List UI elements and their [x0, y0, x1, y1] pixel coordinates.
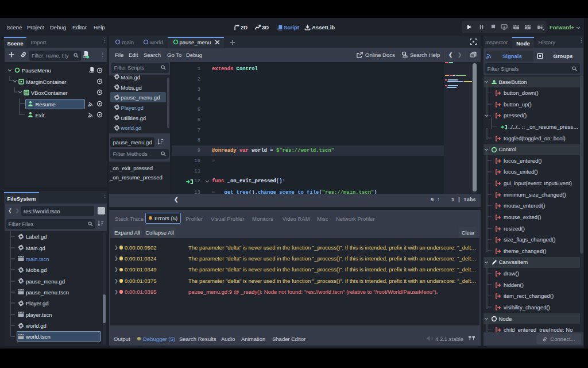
- svg-text:DOC: DOC: [403, 56, 408, 59]
